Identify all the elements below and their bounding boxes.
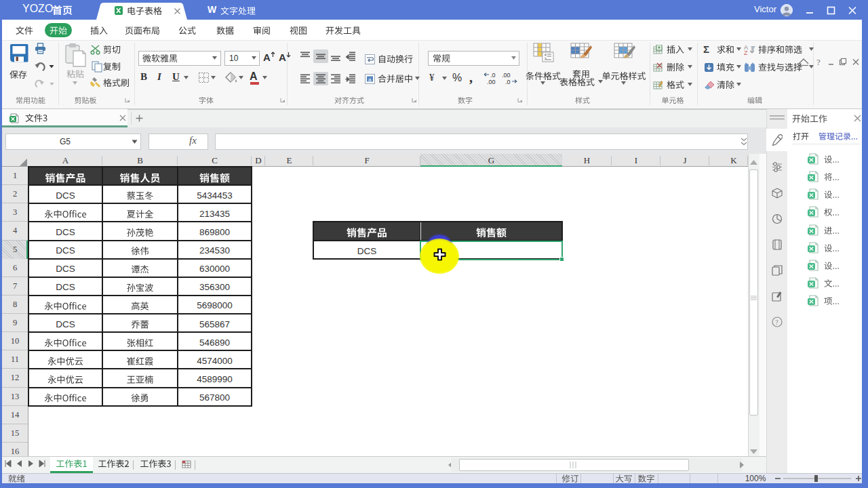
svg-text:.0: .0 (505, 79, 511, 85)
svg-text:.00: .00 (502, 72, 511, 79)
svg-text:.0: .0 (490, 72, 496, 79)
svg-text:Z: Z (744, 49, 748, 56)
svg-text:?: ? (775, 319, 778, 326)
svg-text:a: a (368, 77, 372, 83)
svg-text:?: ? (816, 57, 821, 67)
svg-text:.00: .00 (487, 79, 496, 85)
